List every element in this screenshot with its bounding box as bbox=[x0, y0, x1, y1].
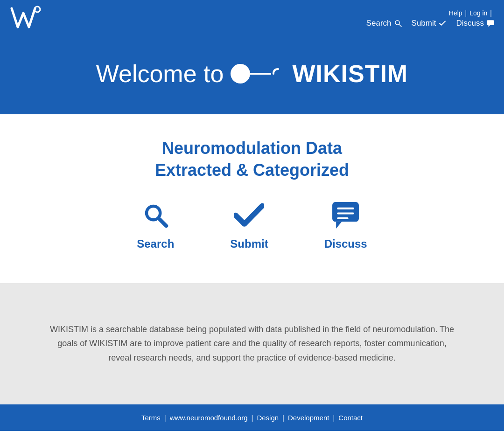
footer: Terms | www.neuromodfound.org | Design |… bbox=[0, 404, 504, 431]
footer-sep-2: | bbox=[252, 414, 253, 422]
submit-icon bbox=[234, 200, 264, 230]
svg-rect-3 bbox=[487, 20, 494, 25]
nav-search-label: Search bbox=[366, 19, 392, 28]
footer-links: Terms | www.neuromodfound.org | Design |… bbox=[9, 414, 495, 422]
nav-submit-label: Submit bbox=[412, 19, 436, 28]
contact-link[interactable]: Contact bbox=[338, 414, 363, 422]
svg-line-7 bbox=[160, 219, 166, 226]
search-icon bbox=[140, 200, 171, 230]
actions-row: Search Submit Discuss bbox=[137, 200, 367, 250]
logo-hook-icon bbox=[271, 67, 285, 81]
discuss-icon bbox=[330, 200, 361, 230]
nav-submit-icon bbox=[438, 19, 447, 28]
tagline-line1: Neuromodulation Data bbox=[162, 139, 342, 158]
main-content: Neuromodulation Data Extracted & Categor… bbox=[0, 114, 504, 283]
top-navigation: Help | Log in | Search Submit Discuss bbox=[0, 0, 504, 37]
nav-main-links: Search Submit Discuss bbox=[366, 19, 495, 28]
nav-discuss-link[interactable]: Discuss bbox=[456, 19, 495, 28]
logo-line bbox=[250, 73, 271, 75]
footer-sep-3: | bbox=[282, 414, 284, 422]
nav-right: Help | Log in | Search Submit Discuss bbox=[366, 9, 495, 28]
footer-sep-4: | bbox=[333, 414, 335, 422]
search-action[interactable]: Search bbox=[137, 200, 174, 250]
svg-marker-4 bbox=[489, 25, 490, 27]
nav-discuss-icon bbox=[486, 19, 495, 28]
tagline-line2: Extracted & Categorized bbox=[155, 160, 349, 180]
foundation-link[interactable]: www.neuromodfound.org bbox=[170, 414, 248, 422]
development-link[interactable]: Development bbox=[288, 414, 329, 422]
hero-section: Welcome to WIKISTIM bbox=[0, 37, 504, 114]
separator-2: | bbox=[490, 9, 492, 17]
discuss-action[interactable]: Discuss bbox=[324, 200, 367, 250]
search-label: Search bbox=[137, 237, 174, 250]
svg-point-6 bbox=[148, 208, 159, 218]
nav-submit-link[interactable]: Submit bbox=[412, 19, 447, 28]
nav-discuss-label: Discuss bbox=[456, 19, 484, 28]
nav-search-link[interactable]: Search bbox=[366, 19, 402, 28]
nav-top-links: Help | Log in | bbox=[449, 9, 495, 17]
svg-marker-12 bbox=[336, 222, 342, 229]
terms-link[interactable]: Terms bbox=[141, 414, 161, 422]
login-link[interactable]: Log in bbox=[469, 9, 487, 17]
logo-area[interactable] bbox=[9, 4, 42, 34]
description-section: WIKISTIM is a searchable database being … bbox=[0, 283, 504, 404]
welcome-text: Welcome to bbox=[96, 60, 224, 88]
svg-point-1 bbox=[395, 21, 399, 25]
footer-sep-1: | bbox=[164, 414, 166, 422]
hero-content: Welcome to WIKISTIM bbox=[96, 60, 408, 88]
hero-logo-symbol bbox=[231, 64, 285, 83]
site-logo-icon bbox=[9, 4, 42, 34]
logo-circle bbox=[231, 64, 250, 83]
svg-line-2 bbox=[399, 24, 401, 27]
help-link[interactable]: Help bbox=[449, 9, 462, 17]
separator-1: | bbox=[465, 9, 467, 17]
submit-action[interactable]: Submit bbox=[230, 200, 268, 250]
discuss-label: Discuss bbox=[324, 237, 367, 250]
tagline: Neuromodulation Data Extracted & Categor… bbox=[155, 138, 349, 181]
submit-label: Submit bbox=[230, 237, 268, 250]
description-text: WIKISTIM is a searchable database being … bbox=[47, 322, 457, 365]
design-link[interactable]: Design bbox=[257, 414, 279, 422]
nav-search-icon bbox=[394, 19, 402, 28]
site-name: WIKISTIM bbox=[292, 60, 408, 88]
